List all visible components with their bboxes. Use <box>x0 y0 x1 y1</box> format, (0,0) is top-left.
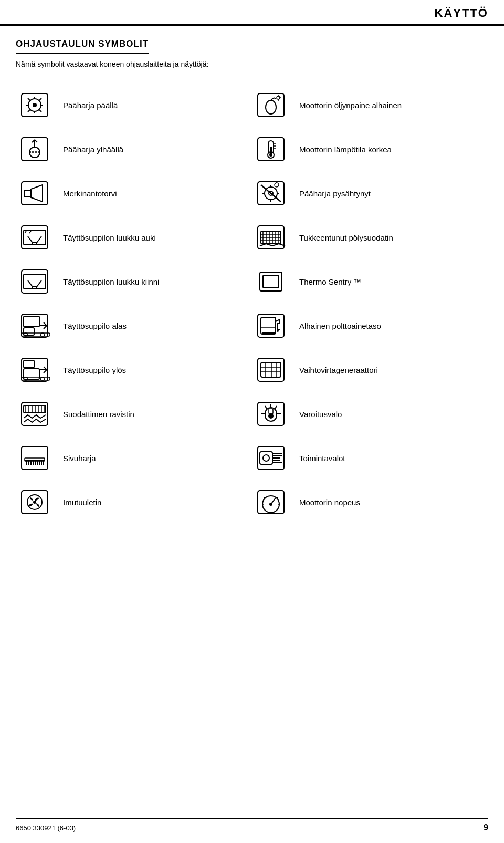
symbol-label-tayttosuppilon-luukku-auki: Täyttösuppilon luukku auki <box>63 233 252 242</box>
symbol-icon-thermo-sentry <box>252 266 290 297</box>
symbol-item: Täyttösuppilon luukku auki <box>16 215 252 259</box>
svg-rect-108 <box>269 409 273 414</box>
symbol-item: Moottorin öljynpaine alhainen <box>252 83 488 127</box>
svg-rect-7 <box>258 93 284 117</box>
svg-rect-32 <box>22 182 48 205</box>
symbol-item: Täyttösuppilo ylös <box>16 348 252 392</box>
symbol-icon-alhainen-polttoainetaso <box>252 310 290 341</box>
svg-point-9 <box>277 96 280 99</box>
symbol-item: Moottorin lämpötila korkea <box>252 127 488 171</box>
symbol-label-moottorin-nopeus: Moottorin nopeus <box>299 498 488 507</box>
symbol-icon-moottorin-nopeus <box>252 486 290 518</box>
svg-point-73 <box>277 330 279 332</box>
svg-rect-33 <box>25 190 31 196</box>
symbol-label-moottorin-oljynpaine: Moottorin öljynpaine alhainen <box>299 101 488 110</box>
svg-rect-77 <box>24 360 34 368</box>
symbol-item: Sivuharja <box>16 436 252 480</box>
symbol-label-thermo-sentry: Thermo Sentry ™ <box>299 277 488 286</box>
svg-rect-76 <box>24 369 39 379</box>
svg-line-139 <box>264 497 265 498</box>
symbol-item: Pääharja päällä <box>16 83 252 127</box>
symbol-label-tayttosuppilo-ylos: Täyttösuppilo ylös <box>63 366 252 374</box>
svg-point-83 <box>40 377 45 380</box>
svg-point-131 <box>33 501 36 504</box>
page-footer: 6650 330921 (6-03) 9 <box>16 818 488 832</box>
symbol-item: Varoitusvalo <box>252 392 488 436</box>
symbol-icon-paaharja-paalla <box>16 89 54 121</box>
svg-rect-54 <box>22 270 48 293</box>
symbol-item: Imutuuletin <box>16 480 252 524</box>
svg-rect-71 <box>261 317 276 334</box>
svg-rect-122 <box>260 452 272 464</box>
svg-point-123 <box>263 455 269 461</box>
symbol-item: Alhainen polttoainetaso <box>252 304 488 348</box>
symbol-label-merkinantotorvi: Merkinantotorvi <box>63 189 252 198</box>
svg-line-140 <box>277 497 278 498</box>
symbol-icon-paaharja-ylhaalla <box>16 133 54 165</box>
svg-point-69 <box>40 333 45 336</box>
footer-document-number: 6650 330921 (6-03) <box>16 824 76 832</box>
symbol-icon-paaharja-pysahtynyt <box>252 178 290 209</box>
svg-rect-72 <box>262 332 275 334</box>
symbol-item: Pääharja pysähtynyt <box>252 171 488 215</box>
symbol-icon-tayttosuppilon-luukku-kiinni <box>16 266 54 297</box>
svg-rect-132 <box>258 491 284 514</box>
symbol-label-paaharja-ylhaalla: Pääharja ylhäällä <box>63 145 252 154</box>
symbol-item: Moottorin nopeus <box>252 480 488 524</box>
symbol-icon-tayttosuppilon-luukku-auki <box>16 222 54 253</box>
svg-rect-62 <box>24 316 39 327</box>
symbol-label-tayttosuppilo-alas: Täyttösuppilo alas <box>63 321 252 330</box>
svg-rect-85 <box>261 362 281 377</box>
svg-rect-84 <box>258 358 284 381</box>
symbol-item: Pääharja ylhäällä <box>16 127 252 171</box>
section-title: OHJAUSTAULUN SYMBOLIT <box>16 39 149 54</box>
svg-point-41 <box>275 183 279 187</box>
symbol-icon-toimintavalot <box>252 442 290 474</box>
symbol-icon-moottorin-lampotila <box>252 133 290 165</box>
symbol-label-imutuuletin: Imutuuletin <box>63 498 252 507</box>
symbol-item: Thermo Sentry ™ <box>252 259 488 304</box>
svg-rect-121 <box>258 446 284 470</box>
page-title: KÄYTTÖ <box>435 6 488 24</box>
svg-line-103 <box>275 406 277 409</box>
svg-line-104 <box>265 406 267 409</box>
symbol-label-tukkeentunut-polysuodatin: Tukkeentunut pölysuodatin <box>299 233 488 242</box>
symbol-label-tayttosuppilon-luukku-kiinni: Täyttösuppilon luukku kiinni <box>63 277 252 286</box>
symbol-item: Täyttösuppilon luukku kiinni <box>16 259 252 304</box>
symbol-label-paaharja-paalla: Pääharja päällä <box>63 101 252 110</box>
svg-rect-27 <box>270 147 272 154</box>
symbol-label-toimintavalot: Toimintavalot <box>299 454 488 463</box>
symbol-label-suodattimen-ravistin: Suodattimen ravistin <box>63 410 252 419</box>
symbol-item: Suodattimen ravistin <box>16 392 252 436</box>
content-area: OHJAUSTAULUN SYMBOLIT Nämä symbolit vast… <box>0 26 504 545</box>
symbol-item: Vaihtovirtageneraattori <box>252 348 488 392</box>
svg-point-135 <box>269 503 272 506</box>
svg-point-8 <box>266 100 276 114</box>
symbol-icon-moottorin-oljynpaine <box>252 89 290 121</box>
svg-point-28 <box>269 153 272 157</box>
svg-rect-92 <box>24 405 46 413</box>
symbol-icon-vaihtovirtageneraattori <box>252 354 290 386</box>
symbol-icon-varoitusvalo <box>252 398 290 430</box>
symbol-label-vaihtovirtageneraattori: Vaihtovirtageneraattori <box>299 366 488 374</box>
page-header: KÄYTTÖ <box>0 0 504 26</box>
symbols-grid: Pääharja päällä Moottorin öljynpaine alh… <box>16 83 488 524</box>
symbol-label-varoitusvalo: Varoitusvalo <box>299 410 488 419</box>
symbol-icon-tayttosuppilo-alas <box>16 310 54 341</box>
symbol-item: Täyttösuppilo alas <box>16 304 252 348</box>
svg-rect-59 <box>263 275 279 288</box>
symbol-icon-tayttosuppilo-ylos <box>16 354 54 386</box>
symbol-label-moottorin-lampotila: Moottorin lämpötila korkea <box>299 145 488 154</box>
symbol-item: Toimintavalot <box>252 436 488 480</box>
symbol-item: Tukkeentunut pölysuodatin <box>252 215 488 259</box>
svg-rect-63 <box>24 328 34 335</box>
svg-rect-43 <box>22 226 48 249</box>
symbol-icon-merkinantotorvi <box>16 178 54 209</box>
symbol-item: Merkinantotorvi <box>16 171 252 215</box>
symbol-icon-tukkeentunut-polysuodatin <box>252 222 290 253</box>
symbol-icon-imutuuletin <box>16 486 54 518</box>
section-subtitle: Nämä symbolit vastaavat koneen ohjauslai… <box>16 60 488 68</box>
svg-point-6 <box>33 103 37 107</box>
symbol-icon-suodattimen-ravistin <box>16 398 54 430</box>
footer-page-number: 9 <box>484 823 488 832</box>
